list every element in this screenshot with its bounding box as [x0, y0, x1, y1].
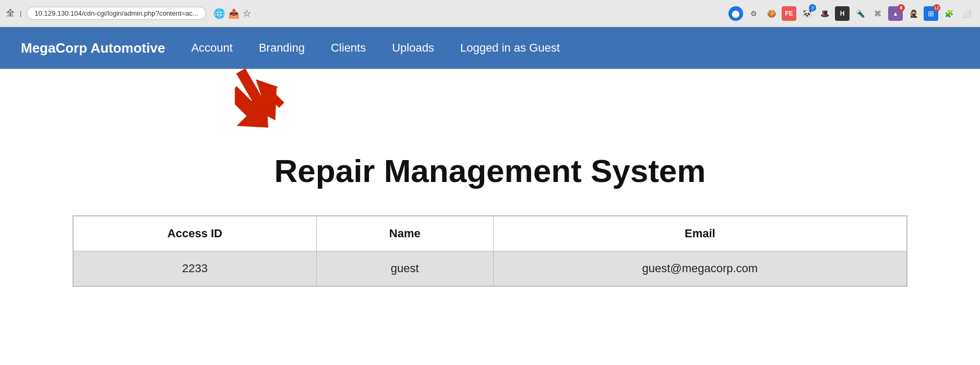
cell-name: guest [316, 251, 493, 286]
table-body: 2233 guest guest@megacorp.com [74, 251, 907, 286]
page-title: Repair Management System [21, 152, 959, 189]
translate-icon[interactable]: 🌐 [213, 8, 225, 19]
nav-link-branding[interactable]: Branding [259, 41, 305, 55]
browser-address-area: 全 | 10.129.130.104/cdn-cgi/login/admin.p… [6, 7, 724, 20]
data-table: Access ID Name Email 2233 guest guest@me… [73, 216, 907, 286]
navbar: MegaCorp Automotive Account Branding Cli… [0, 27, 980, 69]
nav-link-clients[interactable]: Clients [331, 41, 366, 55]
fe-icon[interactable]: FE [782, 6, 796, 21]
table-header: Access ID Name Email [74, 216, 907, 251]
browser-extension-icons: ⬤ ⚙ 🍪 FE 🐼3 🎩 H 🔦 ⌘ ▲8 🥷 ⊞12 🧩 ⬜ [728, 6, 974, 21]
col-header-email: Email [493, 216, 906, 251]
nav-link-uploads[interactable]: Uploads [392, 41, 434, 55]
table-header-row: Access ID Name Email [74, 216, 907, 251]
circle-icon[interactable]: ⬤ [728, 6, 743, 21]
data-table-wrapper: Access ID Name Email 2233 guest guest@me… [73, 215, 907, 287]
cell-email: guest@megacorp.com [493, 251, 906, 286]
annotation-area [0, 69, 980, 137]
col-header-access-id: Access ID [74, 216, 317, 251]
panda-icon[interactable]: 🐼3 [799, 6, 814, 21]
hat-icon[interactable]: 🎩 [817, 6, 832, 21]
nav-link-login-status[interactable]: Logged in as Guest [460, 41, 560, 55]
nav-links: Account Branding Clients Uploads Logged … [191, 41, 559, 55]
cmd-icon[interactable]: ⌘ [870, 6, 885, 21]
grid-icon[interactable]: ⊞12 [924, 6, 938, 21]
maximize-icon[interactable]: ⬜ [959, 6, 974, 21]
svg-marker-2 [248, 72, 289, 113]
ninja-icon[interactable]: 🥷 [906, 6, 921, 21]
nav-link-account[interactable]: Account [191, 41, 233, 55]
main-content: Repair Management System Access ID Name … [0, 137, 980, 308]
brand-name[interactable]: MegaCorp Automotive [21, 40, 165, 56]
extensions-icon[interactable]: 🧩 [941, 6, 956, 21]
purple-icon[interactable]: ▲8 [888, 6, 903, 21]
address-bar[interactable]: 10.129.130.104/cdn-cgi/login/admin.php?c… [27, 7, 206, 20]
h-icon[interactable]: H [835, 6, 850, 21]
cell-access-id: 2233 [74, 251, 317, 286]
col-header-name: Name [316, 216, 493, 251]
secure-icon: 全 [6, 8, 15, 19]
cookie-icon[interactable]: 🍪 [764, 6, 779, 21]
table-row: 2233 guest guest@megacorp.com [74, 251, 907, 286]
red-arrow-annotation [235, 69, 303, 139]
bookmark-icon[interactable]: ☆ [243, 8, 251, 19]
share-icon[interactable]: 📤 [228, 8, 240, 19]
circles-icon[interactable]: ⚙ [746, 6, 761, 21]
browser-chrome: 全 | 10.129.130.104/cdn-cgi/login/admin.p… [0, 0, 980, 27]
torch-icon[interactable]: 🔦 [853, 6, 867, 21]
